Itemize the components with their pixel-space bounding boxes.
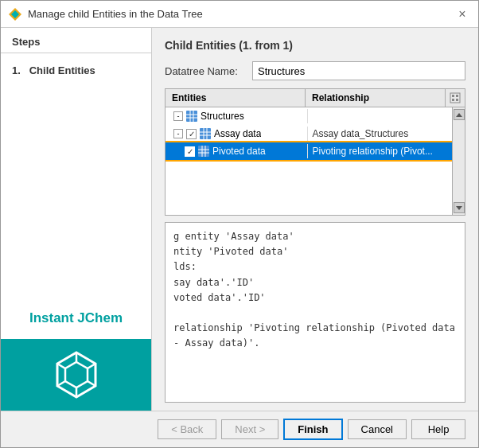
svg-rect-20 xyxy=(200,128,211,139)
info-box: g entity 'Assay data' ntity 'Pivoted dat… xyxy=(165,222,465,403)
relationship-cell xyxy=(308,115,453,118)
entity-grid-icon xyxy=(200,128,211,139)
info-line xyxy=(173,306,457,321)
col-relationship: Relationship xyxy=(306,89,446,107)
svg-rect-11 xyxy=(452,95,454,97)
right-panel: Child Entities (1. from 1) Datatree Name… xyxy=(152,28,478,411)
info-line: g entity 'Assay data' xyxy=(173,229,457,244)
sidebar: Steps 1. Child Entities Instant JChem xyxy=(1,28,152,411)
footer: < Back Next > Finish Cancel Help xyxy=(1,411,478,447)
datatree-label: Datatree Name: xyxy=(165,65,252,77)
scroll-down-arrow-icon xyxy=(456,206,462,210)
scroll-up-arrow-icon xyxy=(456,113,462,117)
step-number: 1. xyxy=(12,64,29,76)
svg-rect-14 xyxy=(456,99,458,101)
entities-table: Entities Relationship xyxy=(165,88,465,216)
entity-grid-icon xyxy=(198,146,209,157)
help-button[interactable]: Help xyxy=(411,419,465,439)
scroll-down-button[interactable] xyxy=(454,202,465,213)
scroll-up-button[interactable] xyxy=(454,109,465,120)
entity-cell: Pivoted data xyxy=(166,144,308,158)
table-body-wrapper: - Structures xyxy=(166,107,465,215)
table-header: Entities Relationship xyxy=(166,89,465,107)
datatree-input[interactable] xyxy=(252,61,465,80)
steps-list: 1. Child Entities xyxy=(1,53,151,88)
finish-button[interactable]: Finish xyxy=(283,419,342,440)
datatree-form-row: Datatree Name: xyxy=(165,61,465,80)
table-scrollbar[interactable] xyxy=(452,107,465,215)
dialog-title: Manage child Entities in the Data Tree xyxy=(28,8,203,20)
table-row[interactable]: Pivoted data Pivoting relationship (Pivo… xyxy=(166,142,452,160)
entity-checkbox[interactable] xyxy=(185,146,195,157)
step-item-child-entities: 1. Child Entities xyxy=(12,61,140,80)
sidebar-bottom: Instant JChem xyxy=(1,88,151,411)
relationship-cell: Assay data_Structures xyxy=(308,127,453,141)
info-line: ntity 'Pivoted data' xyxy=(173,244,457,259)
entity-checkbox[interactable] xyxy=(186,129,197,139)
entity-name: Assay data xyxy=(214,128,261,139)
info-line: say data'.'ID' xyxy=(173,275,457,290)
table-settings-icon xyxy=(450,92,461,103)
back-button[interactable]: < Back xyxy=(158,419,216,439)
main-content: Steps 1. Child Entities Instant JChem xyxy=(1,28,478,411)
table-body[interactable]: - Structures xyxy=(166,107,452,215)
entity-name: Structures xyxy=(201,111,244,122)
brand-label: Instant JChem xyxy=(29,306,123,331)
expand-icon[interactable]: - xyxy=(173,129,183,138)
panel-title: Child Entities (1. from 1) xyxy=(165,39,465,52)
svg-marker-3 xyxy=(65,362,88,388)
entity-name: Pivoted data xyxy=(212,146,266,157)
svg-rect-13 xyxy=(452,99,454,101)
svg-rect-12 xyxy=(456,95,458,97)
entity-cell: - Structures xyxy=(166,109,308,123)
next-button[interactable]: Next > xyxy=(221,419,278,439)
table-row[interactable]: - Structures xyxy=(166,107,452,125)
svg-rect-25 xyxy=(198,146,209,157)
col-entities: Entities xyxy=(166,89,306,107)
table-row[interactable]: - Assay data xyxy=(166,125,452,142)
title-bar: Manage child Entities in the Data Tree × xyxy=(1,1,478,28)
svg-rect-10 xyxy=(450,93,460,103)
col-icon xyxy=(446,89,465,107)
info-line: lds: xyxy=(173,259,457,275)
expand-icon[interactable]: - xyxy=(173,111,183,121)
steps-header: Steps xyxy=(1,28,151,53)
close-button[interactable]: × xyxy=(454,6,470,22)
entity-grid-icon xyxy=(186,111,197,122)
brand-logo-area xyxy=(1,339,151,411)
dialog-icon xyxy=(9,8,21,21)
brand-hex-icon xyxy=(51,349,102,400)
step-label: Child Entities xyxy=(29,64,95,76)
info-line: relationship 'Pivoting relationship (Piv… xyxy=(173,321,457,351)
svg-rect-15 xyxy=(186,111,197,122)
dialog: Manage child Entities in the Data Tree ×… xyxy=(0,0,479,448)
title-bar-left: Manage child Entities in the Data Tree xyxy=(9,8,203,21)
info-line: voted data'.'ID' xyxy=(173,290,457,306)
entity-cell: - Assay data xyxy=(166,127,308,141)
relationship-cell: Pivoting relationship (Pivot... xyxy=(308,144,453,158)
cancel-button[interactable]: Cancel xyxy=(348,419,407,439)
